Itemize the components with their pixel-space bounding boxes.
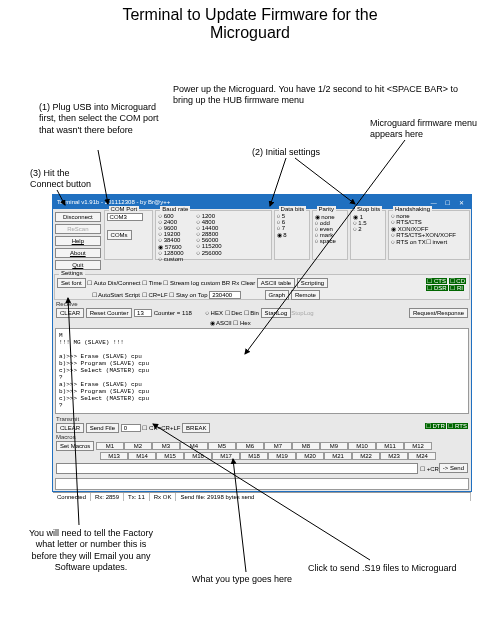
status-rx: Rx: 2859 [91, 493, 124, 501]
window-min-icon[interactable]: — [428, 200, 440, 206]
settings-title: Settings [59, 270, 85, 276]
reset-counter-button[interactable]: Reset Counter [86, 308, 133, 318]
remote-button[interactable]: Remote [291, 290, 320, 300]
sendfile-button[interactable]: Send File [86, 423, 119, 433]
macro-M4[interactable]: M4 [180, 442, 208, 450]
macro-M7[interactable]: M7 [264, 442, 292, 450]
macro-M19[interactable]: M19 [268, 452, 296, 460]
comport-select[interactable]: COM3 [107, 213, 143, 221]
receive-area: M !!! MG (SLAVE) !!! a)>>> Erase (SLAVE)… [55, 328, 469, 414]
stoplog-label: StopLog [291, 310, 313, 316]
macro-M20[interactable]: M20 [296, 452, 324, 460]
macro-M17[interactable]: M17 [212, 452, 240, 460]
rx-ascii-radio[interactable]: ASCII [210, 320, 232, 326]
autoscript-check[interactable]: AutoStart Script [92, 292, 140, 298]
macro-M3[interactable]: M3 [152, 442, 180, 450]
macro-M14[interactable]: M14 [128, 452, 156, 460]
transmit-num-field[interactable]: 0 [121, 424, 141, 432]
graph-button[interactable]: Graph [265, 290, 290, 300]
handshake-invert[interactable]: invert [426, 239, 447, 245]
macro-M8[interactable]: M8 [292, 442, 320, 450]
macro-M1[interactable]: M1 [96, 442, 124, 450]
crlf-check[interactable]: CR=LF [142, 292, 168, 298]
disconnect-button[interactable]: Disconnect [55, 212, 101, 222]
macro-M10[interactable]: M10 [348, 442, 376, 450]
annot-step1: (1) Plug USB into Microguard first, then… [39, 102, 159, 136]
custombr-field[interactable]: 230400 [209, 291, 241, 299]
baud-grp-57600[interactable]: 57600 [158, 243, 196, 250]
streamlog-check[interactable]: Stream log [163, 280, 199, 286]
help-button[interactable]: Help [55, 236, 101, 246]
macro-M23[interactable]: M23 [380, 452, 408, 460]
about-button[interactable]: About [55, 248, 101, 258]
comport-title: COM Port [109, 206, 140, 212]
counter-label: Counter = 118 [154, 310, 192, 316]
quit-button[interactable]: Quit [55, 260, 101, 270]
setmacros-button[interactable]: Set Macros [56, 441, 94, 451]
macro-M24[interactable]: M24 [408, 452, 436, 460]
rescan-button[interactable]: ReScan [55, 224, 101, 234]
macro-M16[interactable]: M16 [184, 452, 212, 460]
parity-title: Parity [317, 206, 336, 212]
parity-grp-none[interactable]: none [315, 213, 345, 220]
send-button[interactable]: -> Send [439, 463, 468, 473]
startlog-button[interactable]: StartLog [261, 308, 292, 318]
rx-hex-radio[interactable]: HEX [205, 310, 223, 316]
rts-indicator[interactable]: RTS [447, 423, 468, 429]
window-max-icon[interactable]: ☐ [441, 199, 453, 206]
macro-M13[interactable]: M13 [100, 452, 128, 460]
cts-indicator: CTS [426, 278, 447, 284]
macro-M2[interactable]: M2 [124, 442, 152, 450]
autodisconnect-check[interactable]: Auto Dis/Connect [87, 280, 140, 286]
databits-title: Data bits [279, 206, 307, 212]
crcrlf-check[interactable]: CR=CR+LF [142, 425, 180, 431]
cr-check[interactable]: +CR [420, 465, 439, 472]
dtr-indicator[interactable]: DTR [425, 423, 446, 429]
asciitable-button[interactable]: ASCII table [257, 278, 295, 288]
annot-factory: You will need to tell the Factory what l… [26, 528, 156, 573]
send-input[interactable] [56, 463, 418, 474]
window-close-icon[interactable]: ✕ [455, 199, 467, 206]
rx-bin-check[interactable]: Bin [244, 310, 259, 316]
handshake-title: Handshaking [393, 206, 432, 212]
status-bar: Connected Rx: 2859 Tx: 11 Rx OK Send fil… [53, 492, 471, 501]
macro-M5[interactable]: M5 [208, 442, 236, 450]
coms-button[interactable]: COMs [107, 230, 132, 240]
rxclear-label: Rx Clear [232, 280, 255, 286]
transmit-clear-button[interactable]: CLEAR [56, 423, 84, 433]
stayontop-check[interactable]: Stay on Top [169, 292, 207, 298]
handshake-XON/XOFF[interactable]: XON/XOFF [391, 225, 467, 232]
databits-grp-8[interactable]: 8 [277, 231, 307, 238]
rx-dec-check[interactable]: Dec [225, 310, 242, 316]
rx-hex-check[interactable]: Hex [233, 320, 250, 326]
counter-field[interactable]: 13 [134, 309, 152, 317]
reqresp-button[interactable]: Request/Response [409, 308, 468, 318]
baud-grp-256000[interactable]: 256000 [196, 250, 234, 256]
stopbits-grp-1[interactable]: 1 [353, 213, 383, 220]
macro-M22[interactable]: M22 [352, 452, 380, 460]
stopbits-grp-2[interactable]: 2 [353, 226, 383, 232]
macro-M15[interactable]: M15 [156, 452, 184, 460]
stopbits-title: Stop bits [355, 206, 382, 212]
time-check[interactable]: Time [142, 280, 162, 286]
receive-clear-button[interactable]: CLEAR [56, 308, 84, 318]
macro-M12[interactable]: M12 [404, 442, 432, 450]
macro-M21[interactable]: M21 [324, 452, 352, 460]
window-title: Terminal v1.91b - 201112308 - by Br@y++ [57, 199, 170, 205]
macro-M11[interactable]: M11 [376, 442, 404, 450]
setfont-button[interactable]: Set font [57, 278, 86, 288]
macro-M18[interactable]: M18 [240, 452, 268, 460]
scripting-button[interactable]: Scripting [297, 278, 328, 288]
macro-M6[interactable]: M6 [236, 442, 264, 450]
handshake-RTS on TX[interactable]: RTS on TX [391, 239, 426, 245]
annot-step2: (2) Initial settings [252, 147, 320, 158]
baud-grp-custom[interactable]: custom [158, 256, 196, 262]
transmit-log-area [55, 478, 469, 490]
baud-grp-115200[interactable]: 115200 [196, 243, 234, 250]
annot-step3: (3) Hit the Connect button [30, 168, 100, 191]
macro-M9[interactable]: M9 [320, 442, 348, 450]
break-button[interactable]: BREAK [182, 423, 210, 433]
custombr-label: custom BR [201, 280, 230, 286]
annot-send-s19: Click to send .S19 files to Microguard [308, 563, 478, 574]
parity-grp-space[interactable]: space [315, 238, 345, 244]
